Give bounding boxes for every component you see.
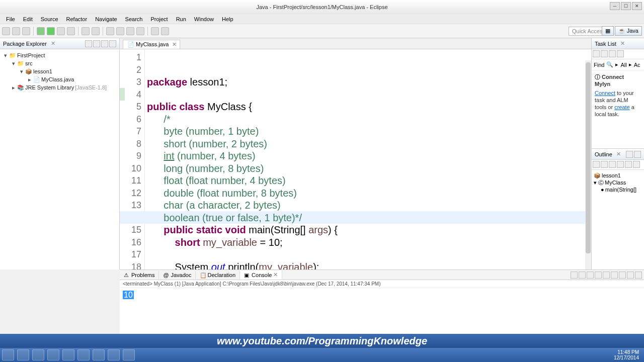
create-link[interactable]: create [614,104,630,110]
remove-launch-icon[interactable] [579,272,586,279]
menu-file[interactable]: File [2,15,19,23]
explorer-icon[interactable] [32,349,44,360]
outline-max-icon[interactable] [634,151,641,158]
debug-button[interactable] [37,27,45,35]
main-toolbar: Quick Access ▦ ☕ Java [0,24,644,38]
eclipse-icon[interactable] [123,349,135,360]
close-tab-icon[interactable]: ✕ [172,41,177,48]
view-menu-icon[interactable] [101,40,108,47]
menu-window[interactable]: Window [190,15,218,23]
outline-package[interactable]: 📦 lesson1 [594,172,642,179]
close-icon[interactable]: ✕ [273,272,278,278]
task-sync-icon[interactable] [601,50,608,57]
java-perspective-button[interactable]: ☕ Java [615,26,642,36]
amazon-icon[interactable] [62,349,74,360]
run-button[interactable] [47,27,55,35]
ac-filter[interactable]: Ac [634,62,640,68]
minimize-view-icon[interactable] [109,40,116,47]
clear-console-icon[interactable] [571,272,578,279]
connect-link[interactable]: Connect [595,90,615,96]
run-last-button[interactable] [57,27,65,35]
find-label: Find [594,62,604,68]
firefox-icon[interactable] [93,349,105,360]
ie-icon[interactable] [17,349,29,360]
menu-search[interactable]: Search [121,15,147,23]
scroll-lock-icon[interactable] [595,272,602,279]
tree-jre[interactable]: ▸📚 JRE System Library [JavaSE-1.8] [1,83,118,92]
annotation-button[interactable] [136,27,144,35]
all-filter[interactable]: All [620,62,626,68]
editor-tab-myclass[interactable]: 📄 MyClass.java✕ [123,40,180,49]
close-icon[interactable]: ✕ [620,40,625,47]
declaration-tab[interactable]: 📋Declaration [196,271,240,279]
outline-method[interactable]: ● main(String[] [594,186,642,193]
hide-static-icon[interactable] [609,161,616,168]
search-icon[interactable]: 🔍 [606,61,613,68]
save-all-button[interactable] [22,27,30,35]
menu-help[interactable]: Help [218,15,237,23]
hide-local-icon[interactable] [625,161,632,168]
minimize-button[interactable]: ─ [610,2,620,10]
search-button[interactable] [116,27,124,35]
close-view-icon[interactable]: ✕ [51,40,55,47]
task-filter-icon[interactable] [609,50,616,57]
menu-edit[interactable]: Edit [19,15,37,23]
menu-navigate[interactable]: Navigate [91,15,121,23]
new-class-button[interactable] [82,27,90,35]
toolbar-separator [147,27,148,36]
close-icon[interactable]: ✕ [616,151,621,157]
open-type-button[interactable] [106,27,114,35]
sort-icon[interactable] [593,161,600,168]
problems-icon: ⚠ [124,272,130,278]
outline-class[interactable]: ▾ Ⓒ MyClass [594,179,642,186]
connect-mylyn-panel: ⓘ Connect Mylyn Connect to your task and… [592,70,644,121]
tree-src[interactable]: ▾📁 src [1,59,118,67]
back-button[interactable] [151,27,159,35]
outline-tab[interactable]: Outline [595,151,612,157]
maximize-button[interactable]: ☐ [621,2,631,10]
chrome-icon[interactable] [108,349,120,360]
start-button[interactable] [2,349,14,360]
menu-refactor[interactable]: Refactor [62,15,92,23]
toolbar-separator [33,27,34,36]
remove-all-icon[interactable] [587,272,594,279]
excel-icon[interactable] [47,349,59,360]
code-editor[interactable]: 123456789101112131415161718 package less… [120,49,591,269]
hide-nonpublic-icon[interactable] [617,161,624,168]
close-button[interactable]: ✕ [632,2,642,10]
console-tab[interactable]: ▣Console ✕ [240,270,282,280]
outline-min-icon[interactable] [626,151,633,158]
min-icon[interactable] [627,272,634,279]
tree-project[interactable]: ▾📁 FirstProject [1,51,118,59]
javadoc-tab[interactable]: @Javadoc [159,271,196,279]
menu-run[interactable]: Run [172,15,190,23]
open-perspective-button[interactable]: ▦ [602,26,614,36]
max-icon[interactable] [635,272,642,279]
save-button[interactable] [12,27,20,35]
hide-fields-icon[interactable] [601,161,608,168]
new-package-button[interactable] [92,27,100,35]
focus-icon[interactable] [633,161,640,168]
collapse-all-icon[interactable] [85,40,92,47]
pin-console-icon[interactable] [603,272,610,279]
windows-taskbar: 11:48 PM12/17/2014 [0,348,644,362]
tree-java-file[interactable]: ▸📄 MyClass.java [1,75,118,83]
problems-tab[interactable]: ⚠Problems [120,271,159,279]
new-button[interactable] [2,27,10,35]
system-clock[interactable]: 11:48 PM12/17/2014 [614,349,642,360]
coverage-button[interactable] [67,27,75,35]
package-explorer-tab[interactable]: Package Explorer [3,41,47,47]
menu-project[interactable]: Project [146,15,172,23]
toggle-button[interactable] [126,27,134,35]
task-hide-icon[interactable] [617,50,624,57]
link-editor-icon[interactable] [93,40,100,47]
open-console-icon[interactable] [619,272,626,279]
tree-package[interactable]: ▾📦 lesson1 [1,67,118,75]
task-new-icon[interactable] [593,50,600,57]
forward-button[interactable] [161,27,169,35]
console-text: 10 [123,291,134,299]
menu-source[interactable]: Source [37,15,62,23]
display-console-icon[interactable] [611,272,618,279]
task-list-tab[interactable]: Task List [595,41,616,47]
app-icon[interactable] [77,349,90,360]
